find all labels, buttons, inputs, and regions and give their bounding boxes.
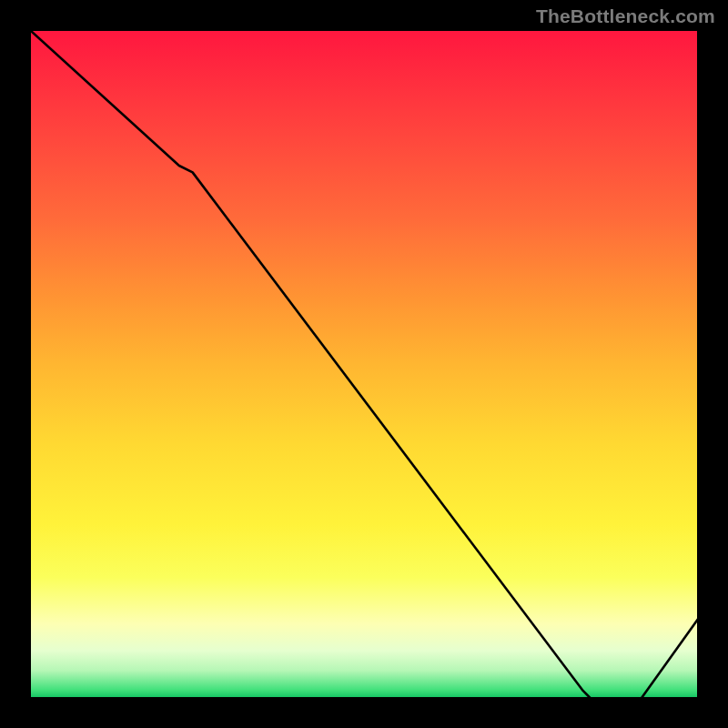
chart-stage: TheBottleneck.com (0, 0, 728, 728)
plot-background-gradient (31, 31, 697, 697)
attribution-label: TheBottleneck.com (536, 5, 715, 27)
plot-frame (27, 27, 701, 701)
